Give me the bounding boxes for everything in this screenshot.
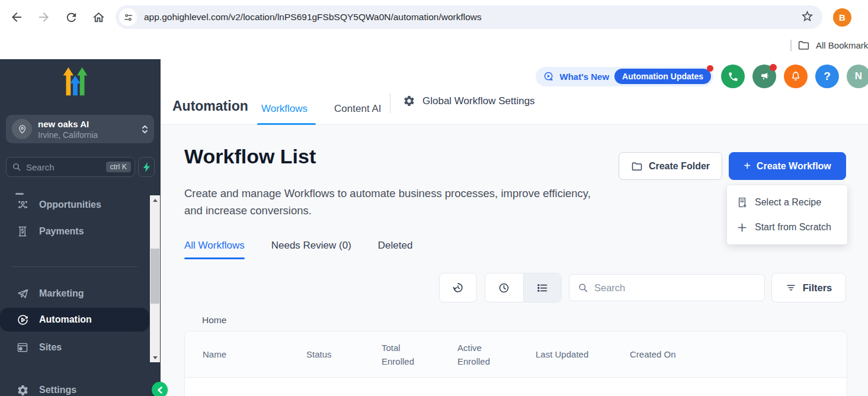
scrollbar-thumb[interactable] [150, 249, 159, 304]
scrollbar-down-arrow[interactable] [150, 353, 160, 362]
create-workflow-dropdown: Select a Recipe Start from Scratch [727, 185, 847, 244]
tab-content-ai[interactable]: Content AI [334, 92, 394, 125]
all-bookmarks-label[interactable]: All Bookmarks [816, 40, 868, 50]
filter-lines-icon [786, 282, 796, 293]
page-header: What's New Automation Updates [161, 59, 868, 125]
automation-icon [16, 313, 29, 326]
column-header-status[interactable]: Status [306, 347, 382, 361]
sidebar-item-opportunities[interactable]: Opportunities [0, 193, 149, 217]
announcements-button[interactable] [752, 65, 776, 88]
header-tabs: Workflows Content AI [261, 92, 408, 125]
whats-new-pill[interactable]: What's New Automation Updates [536, 67, 713, 86]
phone-button[interactable] [721, 65, 745, 88]
help-button[interactable]: ? [815, 65, 839, 88]
sidebar-item-sites[interactable]: Sites [0, 336, 149, 359]
workflow-list-tabs: All Workflows Needs Review (0) Deleted [184, 240, 412, 259]
chevron-up-down-icon [142, 125, 148, 134]
search-icon [12, 162, 21, 172]
tab-needs-review[interactable]: Needs Review (0) [271, 240, 351, 259]
column-header-total-enrolled[interactable]: Total Enrolled [382, 341, 457, 368]
automation-updates-badge[interactable]: Automation Updates [614, 69, 711, 84]
sidebar-item-marketing[interactable]: Marketing [0, 282, 149, 305]
filters-button[interactable]: Filters [771, 273, 846, 302]
quick-actions-button[interactable] [138, 157, 155, 177]
notification-dot [770, 64, 777, 71]
tab-all-workflows[interactable]: All Workflows [184, 240, 245, 259]
bookmark-star-icon[interactable] [800, 9, 814, 25]
gohighlevel-logo-icon [0, 65, 150, 99]
back-icon[interactable] [9, 10, 24, 24]
scrollbar-up-arrow[interactable] [150, 195, 160, 205]
settings-gear-icon [16, 384, 29, 396]
app-window: new oaks AI Irvine, California ctrl K [0, 59, 868, 396]
reload-icon[interactable] [64, 10, 78, 24]
workflow-search-input[interactable] [594, 282, 756, 294]
opportunities-icon [16, 198, 29, 211]
notifications-button[interactable] [784, 65, 808, 88]
chevron-left-icon [157, 387, 163, 394]
search-icon [578, 282, 588, 293]
payments-icon [16, 225, 29, 238]
table-header-row: Name Status Total Enrolled Active Enroll… [185, 331, 847, 378]
workflow-search[interactable] [569, 274, 765, 301]
browser-profile-avatar[interactable]: B [833, 8, 851, 27]
menu-item-select-recipe[interactable]: Select a Recipe [727, 190, 847, 215]
forward-icon[interactable] [37, 10, 51, 24]
global-workflow-settings-link[interactable]: Global Workflow Settings [403, 95, 535, 107]
user-avatar[interactable]: N [847, 65, 868, 88]
header-divider [390, 93, 390, 113]
global-settings-label: Global Workflow Settings [422, 95, 535, 107]
account-name: new oaks AI [38, 118, 98, 130]
column-header-created-on[interactable]: Created On [630, 347, 847, 361]
recipe-icon [736, 197, 747, 208]
menu-item-label: Start from Scratch [755, 222, 831, 233]
workflow-list-heading: Workflow List [184, 145, 316, 168]
create-workflow-button[interactable]: + Create Workflow [729, 152, 846, 180]
sidebar-search[interactable]: ctrl K [6, 157, 135, 177]
sidebar-collapse-button[interactable] [152, 382, 168, 396]
url-text[interactable]: app.gohighlevel.com/v2/location/lnPS691g… [144, 12, 800, 22]
create-workflow-label: Create Workflow [757, 161, 831, 172]
sidebar-item-label: Payments [39, 226, 84, 237]
lightning-bolt-icon [143, 162, 150, 172]
announcement-icon [543, 71, 555, 82]
enrollment-history-button[interactable] [439, 273, 477, 302]
home-icon[interactable] [91, 10, 105, 24]
sidebar-item-label: Opportunities [39, 199, 101, 210]
tab-deleted[interactable]: Deleted [378, 240, 413, 259]
column-header-last-updated[interactable]: Last Updated [536, 347, 630, 361]
bookmarks-divider [790, 40, 792, 51]
sidebar-item-label: Automation [39, 314, 92, 325]
column-header-active-enrolled[interactable]: Active Enrolled [457, 341, 536, 368]
bookmarks-folder-icon[interactable] [797, 39, 810, 51]
workflow-list-description: Create and manage Workflows to automate … [184, 185, 602, 219]
notification-dot [707, 65, 713, 72]
column-header-name[interactable]: Name [203, 347, 306, 361]
utility-bar: What's New Automation Updates [536, 65, 868, 88]
time-view-button[interactable] [485, 273, 524, 302]
create-folder-label: Create Folder [649, 161, 710, 172]
location-pin-icon [12, 119, 32, 139]
sidebar-item-payments[interactable]: Payments [0, 220, 149, 243]
address-bar[interactable]: app.gohighlevel.com/v2/location/lnPS691g… [116, 5, 822, 29]
site-settings-icon[interactable] [119, 8, 137, 26]
menu-item-start-from-scratch[interactable]: Start from Scratch [727, 215, 847, 240]
tab-workflows[interactable]: Workflows [261, 92, 321, 125]
list-view-button[interactable] [524, 273, 562, 302]
sidebar: new oaks AI Irvine, California ctrl K [0, 59, 161, 396]
table-body [185, 378, 847, 396]
plus-icon [736, 223, 747, 232]
location-switcher[interactable]: new oaks AI Irvine, California [6, 115, 154, 143]
filters-label: Filters [803, 282, 832, 294]
view-toggle [485, 273, 562, 302]
folder-icon [631, 160, 643, 172]
sidebar-search-input[interactable] [26, 162, 106, 172]
sidebar-scrollbar[interactable] [150, 195, 160, 362]
create-folder-button[interactable]: Create Folder [619, 152, 722, 180]
sidebar-divider [11, 266, 137, 267]
breadcrumb-home[interactable]: Home [202, 315, 226, 326]
sidebar-item-automation[interactable]: Automation [0, 308, 149, 331]
clock-icon [498, 282, 510, 294]
screen: app.gohighlevel.com/v2/location/lnPS691g… [0, 0, 868, 396]
sidebar-item-settings[interactable]: Settings [0, 378, 149, 396]
